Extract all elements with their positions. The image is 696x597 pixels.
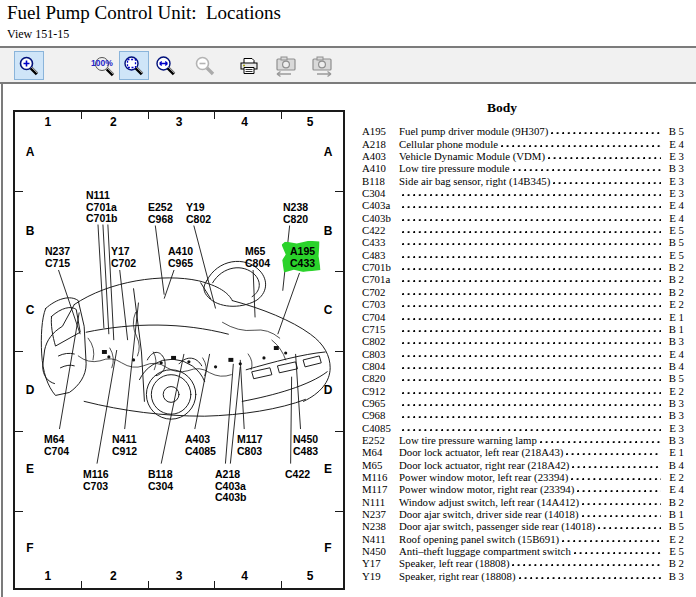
grid-row-label: A [318, 112, 338, 191]
grid-location: B 2 [664, 273, 684, 285]
component-description: Speaker, right rear (18808) [399, 570, 519, 582]
dot-leader [402, 305, 661, 308]
zoom-fit-width-icon [155, 55, 177, 77]
dot-leader [402, 280, 661, 283]
grid-row-label: C [20, 271, 40, 350]
list-item: N238 Door ajar switch, passenger side re… [362, 520, 684, 532]
grid-column-label: 4 [212, 569, 278, 585]
component-code: N411 [362, 533, 399, 545]
dot-leader [501, 145, 661, 148]
dot-leader [402, 367, 661, 370]
component-code: A195 [362, 125, 399, 137]
grid-location: E 2 [664, 385, 684, 397]
list-item: C701b B 2 [362, 261, 684, 273]
component-description: Door lock actuator, right rear (218A42) [399, 459, 572, 471]
grid-column-label: 2 [81, 569, 147, 585]
component-code: C4085 [362, 422, 399, 434]
component-callout: N411 C912 [112, 434, 137, 457]
dot-leader [402, 293, 661, 296]
view-number-label: View 151-15 [7, 27, 69, 42]
component-code: C701b [362, 261, 399, 273]
list-item: A218 Cellular phone module E 4 [362, 137, 684, 149]
component-code: C403a [362, 199, 399, 211]
component-code: C304 [362, 187, 399, 199]
component-code: M65 [362, 459, 399, 471]
grid-location: E 3 [664, 175, 684, 187]
grid-location: B 5 [664, 520, 684, 532]
grid-location: E 4 [664, 483, 684, 495]
camera-back-icon [273, 54, 299, 78]
grid-location: B 2 [664, 496, 684, 508]
component-code: N111 [362, 496, 399, 508]
component-description: Anti–theft luggage compartment switch [399, 545, 574, 557]
list-item: C912 E 2 [362, 384, 684, 396]
zoom-out-button[interactable] [190, 51, 220, 80]
list-item: C433 B 5 [362, 236, 684, 248]
list-item: Y19 Speaker, right rear (18808) B 3 [362, 569, 684, 581]
locations-view-window: Fuel Pump Control Unit: Locations View 1… [0, 0, 696, 597]
component-code: C403b [362, 212, 399, 224]
component-callout: M65 C804 [245, 246, 270, 269]
list-item: C483 E 5 [362, 248, 684, 260]
component-description: Fuel pump driver module (9H307) [399, 125, 551, 137]
zoom-in-icon [18, 55, 40, 77]
grid-location: B 1 [664, 508, 684, 520]
zoom-in-button[interactable] [14, 51, 44, 80]
grid-column-label: 3 [146, 115, 212, 131]
component-callout: A403 C4085 [185, 434, 216, 457]
component-callout: M117 C803 [237, 434, 263, 457]
grid-row-label: E [318, 429, 338, 508]
component-callout: N450 C483 [293, 434, 318, 457]
list-item: A195 Fuel pump driver module (9H307) B 5 [362, 125, 684, 137]
zoom-fit-width-button[interactable] [151, 51, 181, 80]
dot-leader [548, 157, 661, 160]
grid-location: B 4 [664, 360, 684, 372]
component-callout: E252 C968 [148, 202, 173, 225]
grid-location: E 4 [664, 199, 684, 211]
list-item: C715 B 1 [362, 323, 684, 335]
component-code: C803 [362, 348, 399, 360]
component-description: Vehicle Dynamic Module (VDM) [399, 150, 548, 162]
component-code: C802 [362, 335, 399, 347]
component-code: C433 [362, 236, 399, 248]
grid-location: B 5 [664, 236, 684, 248]
list-item: M116 Power window motor, left rear (2339… [362, 471, 684, 483]
zoom-100-button[interactable]: 100% [88, 51, 118, 80]
component-code: C965 [362, 397, 399, 409]
list-item: Y17 Speaker, left rear (18808) B 2 [362, 557, 684, 569]
component-code: C703 [362, 298, 399, 310]
grid-row-label: D [20, 350, 40, 429]
grid-location: E 4 [664, 348, 684, 360]
component-code: M116 [362, 471, 399, 483]
component-code: Y17 [362, 557, 399, 569]
grid-column-label: 4 [212, 115, 278, 131]
component-code: C701a [362, 273, 399, 285]
dot-leader [577, 490, 661, 493]
next-view-button[interactable] [307, 51, 337, 80]
grid-row-label: B [20, 191, 40, 270]
component-callout: N111 C701a C701b [86, 190, 118, 225]
component-code: M64 [362, 446, 399, 458]
location-diagram[interactable]: 12345 12345 ABCDEF ABCDEF N111 C701a C70… [13, 110, 345, 590]
component-description: Door ajar switch, passenger side rear (1… [399, 520, 598, 532]
component-code: C704 [362, 311, 399, 323]
component-callout: N237 C715 [45, 246, 70, 269]
dot-leader [402, 231, 661, 234]
dot-leader [571, 478, 661, 481]
component-description: Cellular phone module [399, 138, 501, 150]
window-left-edge [1, 46, 3, 597]
component-callout: B118 C304 [148, 469, 173, 492]
component-callout: N238 C820 [283, 202, 308, 225]
grid-column-numbers-top: 12345 [15, 115, 343, 131]
dot-leader [582, 503, 661, 506]
component-callout: A410 C965 [168, 246, 193, 269]
previous-view-button[interactable] [271, 51, 301, 80]
grid-location: B 5 [664, 372, 684, 384]
dot-leader [582, 515, 661, 518]
list-item: M64 Door lock actuator, left rear (218A4… [362, 446, 684, 458]
component-callout: A218 C403a C403b [215, 469, 247, 504]
zoom-fit-button[interactable] [119, 51, 149, 80]
list-item: C701a B 2 [362, 273, 684, 285]
component-callout: Y17 C702 [111, 246, 136, 269]
print-button[interactable] [234, 51, 264, 80]
